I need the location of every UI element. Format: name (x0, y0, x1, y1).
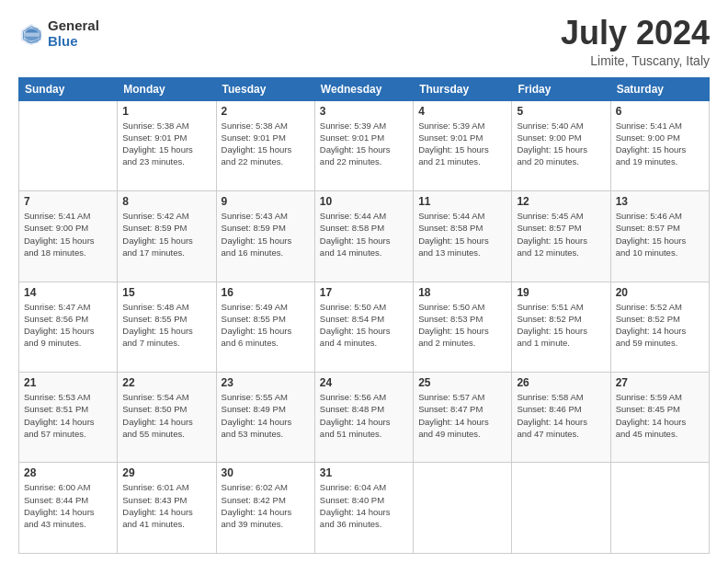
table-row: 22Sunrise: 5:54 AM Sunset: 8:50 PM Dayli… (118, 373, 216, 463)
day-info: Sunrise: 5:54 AM Sunset: 8:50 PM Dayligh… (122, 391, 210, 440)
day-number: 7 (24, 195, 112, 208)
table-row (414, 463, 512, 554)
table-row: 29Sunrise: 6:01 AM Sunset: 8:43 PM Dayli… (118, 463, 216, 554)
day-number: 24 (320, 376, 408, 389)
day-number: 25 (418, 376, 506, 389)
day-info: Sunrise: 5:41 AM Sunset: 9:00 PM Dayligh… (24, 210, 112, 259)
day-number: 11 (418, 195, 506, 208)
table-row: 10Sunrise: 5:44 AM Sunset: 8:58 PM Dayli… (314, 191, 413, 282)
day-info: Sunrise: 5:48 AM Sunset: 8:55 PM Dayligh… (122, 301, 210, 350)
table-row: 31Sunrise: 6:04 AM Sunset: 8:40 PM Dayli… (314, 463, 413, 554)
day-info: Sunrise: 5:50 AM Sunset: 8:54 PM Dayligh… (320, 301, 408, 350)
table-row: 28Sunrise: 6:00 AM Sunset: 8:44 PM Dayli… (19, 463, 118, 554)
table-row: 15Sunrise: 5:48 AM Sunset: 8:55 PM Dayli… (118, 282, 216, 372)
table-row: 14Sunrise: 5:47 AM Sunset: 8:56 PM Dayli… (19, 282, 118, 372)
day-info: Sunrise: 5:45 AM Sunset: 8:57 PM Dayligh… (517, 210, 605, 259)
table-row: 4Sunrise: 5:39 AM Sunset: 9:01 PM Daylig… (414, 100, 512, 190)
day-number: 30 (222, 466, 310, 479)
day-number: 31 (320, 466, 408, 479)
header-saturday: Saturday (610, 77, 709, 100)
calendar-week-row: 28Sunrise: 6:00 AM Sunset: 8:44 PM Dayli… (19, 463, 710, 554)
header-thursday: Thursday (414, 77, 512, 100)
day-number: 14 (24, 286, 112, 299)
day-info: Sunrise: 6:04 AM Sunset: 8:40 PM Dayligh… (320, 481, 408, 530)
table-row: 18Sunrise: 5:50 AM Sunset: 8:53 PM Dayli… (414, 282, 512, 372)
header-sunday: Sunday (19, 77, 118, 100)
day-number: 6 (616, 105, 704, 118)
calendar-header-row: Sunday Monday Tuesday Wednesday Thursday… (19, 77, 710, 100)
header-monday: Monday (118, 77, 216, 100)
table-row: 6Sunrise: 5:41 AM Sunset: 9:00 PM Daylig… (610, 100, 709, 190)
calendar-week-row: 7Sunrise: 5:41 AM Sunset: 9:00 PM Daylig… (19, 191, 710, 282)
day-info: Sunrise: 5:38 AM Sunset: 9:01 PM Dayligh… (122, 120, 210, 168)
day-number: 22 (122, 376, 210, 389)
table-row: 7Sunrise: 5:41 AM Sunset: 9:00 PM Daylig… (19, 191, 118, 282)
day-number: 17 (320, 286, 408, 299)
header-tuesday: Tuesday (216, 77, 314, 100)
day-info: Sunrise: 5:42 AM Sunset: 8:59 PM Dayligh… (122, 210, 210, 259)
logo-general: General (48, 18, 99, 34)
calendar-table: Sunday Monday Tuesday Wednesday Thursday… (18, 77, 710, 554)
calendar-week-row: 14Sunrise: 5:47 AM Sunset: 8:56 PM Dayli… (19, 282, 710, 372)
title-block: July 2024 Limite, Tuscany, Italy (561, 15, 710, 68)
day-info: Sunrise: 5:46 AM Sunset: 8:57 PM Dayligh… (616, 210, 704, 259)
day-info: Sunrise: 5:50 AM Sunset: 8:53 PM Dayligh… (418, 301, 506, 350)
table-row: 17Sunrise: 5:50 AM Sunset: 8:54 PM Dayli… (314, 282, 413, 372)
table-row: 21Sunrise: 5:53 AM Sunset: 8:51 PM Dayli… (19, 373, 118, 463)
day-info: Sunrise: 5:40 AM Sunset: 9:00 PM Dayligh… (517, 120, 605, 168)
table-row: 12Sunrise: 5:45 AM Sunset: 8:57 PM Dayli… (512, 191, 610, 282)
table-row: 1Sunrise: 5:38 AM Sunset: 9:01 PM Daylig… (118, 100, 216, 190)
day-number: 19 (517, 286, 605, 299)
table-row: 19Sunrise: 5:51 AM Sunset: 8:52 PM Dayli… (512, 282, 610, 372)
table-row: 27Sunrise: 5:59 AM Sunset: 8:45 PM Dayli… (610, 373, 709, 463)
day-info: Sunrise: 5:59 AM Sunset: 8:45 PM Dayligh… (616, 391, 704, 440)
table-row: 11Sunrise: 5:44 AM Sunset: 8:58 PM Dayli… (414, 191, 512, 282)
day-info: Sunrise: 5:38 AM Sunset: 9:01 PM Dayligh… (222, 120, 310, 168)
table-row: 20Sunrise: 5:52 AM Sunset: 8:52 PM Dayli… (610, 282, 709, 372)
day-number: 10 (320, 195, 408, 208)
day-number: 21 (24, 376, 112, 389)
day-number: 5 (517, 105, 605, 118)
day-info: Sunrise: 5:52 AM Sunset: 8:52 PM Dayligh… (616, 301, 704, 350)
day-number: 3 (320, 105, 408, 118)
day-number: 23 (222, 376, 310, 389)
day-info: Sunrise: 5:58 AM Sunset: 8:46 PM Dayligh… (517, 391, 605, 440)
day-number: 16 (222, 286, 310, 299)
table-row: 13Sunrise: 5:46 AM Sunset: 8:57 PM Dayli… (610, 191, 709, 282)
day-number: 15 (122, 286, 210, 299)
day-info: Sunrise: 6:00 AM Sunset: 8:44 PM Dayligh… (24, 481, 112, 530)
day-number: 13 (616, 195, 704, 208)
table-row: 25Sunrise: 5:57 AM Sunset: 8:47 PM Dayli… (414, 373, 512, 463)
day-info: Sunrise: 6:01 AM Sunset: 8:43 PM Dayligh… (122, 481, 210, 530)
day-number: 27 (616, 376, 704, 389)
table-row (512, 463, 610, 554)
table-row: 24Sunrise: 5:56 AM Sunset: 8:48 PM Dayli… (314, 373, 413, 463)
day-info: Sunrise: 5:47 AM Sunset: 8:56 PM Dayligh… (24, 301, 112, 350)
table-row: 30Sunrise: 6:02 AM Sunset: 8:42 PM Dayli… (216, 463, 314, 554)
header: General Blue July 2024 Limite, Tuscany, … (18, 15, 710, 68)
calendar-week-row: 1Sunrise: 5:38 AM Sunset: 9:01 PM Daylig… (19, 100, 710, 190)
table-row: 8Sunrise: 5:42 AM Sunset: 8:59 PM Daylig… (118, 191, 216, 282)
day-info: Sunrise: 5:44 AM Sunset: 8:58 PM Dayligh… (320, 210, 408, 259)
table-row (19, 100, 118, 190)
day-info: Sunrise: 5:44 AM Sunset: 8:58 PM Dayligh… (418, 210, 506, 259)
day-info: Sunrise: 5:55 AM Sunset: 8:49 PM Dayligh… (222, 391, 310, 440)
day-number: 20 (616, 286, 704, 299)
day-number: 28 (24, 466, 112, 479)
day-info: Sunrise: 5:39 AM Sunset: 9:01 PM Dayligh… (320, 120, 408, 168)
day-info: Sunrise: 5:41 AM Sunset: 9:00 PM Dayligh… (616, 120, 704, 168)
day-number: 18 (418, 286, 506, 299)
table-row: 23Sunrise: 5:55 AM Sunset: 8:49 PM Dayli… (216, 373, 314, 463)
table-row: 26Sunrise: 5:58 AM Sunset: 8:46 PM Dayli… (512, 373, 610, 463)
day-number: 8 (122, 195, 210, 208)
day-number: 2 (222, 105, 310, 118)
day-number: 29 (122, 466, 210, 479)
logo-text: General Blue (48, 18, 99, 49)
day-number: 1 (122, 105, 210, 118)
logo: General Blue (18, 18, 99, 49)
day-info: Sunrise: 5:39 AM Sunset: 9:01 PM Dayligh… (418, 120, 506, 168)
header-friday: Friday (512, 77, 610, 100)
day-info: Sunrise: 5:53 AM Sunset: 8:51 PM Dayligh… (24, 391, 112, 440)
day-info: Sunrise: 5:49 AM Sunset: 8:55 PM Dayligh… (222, 301, 310, 350)
day-number: 12 (517, 195, 605, 208)
